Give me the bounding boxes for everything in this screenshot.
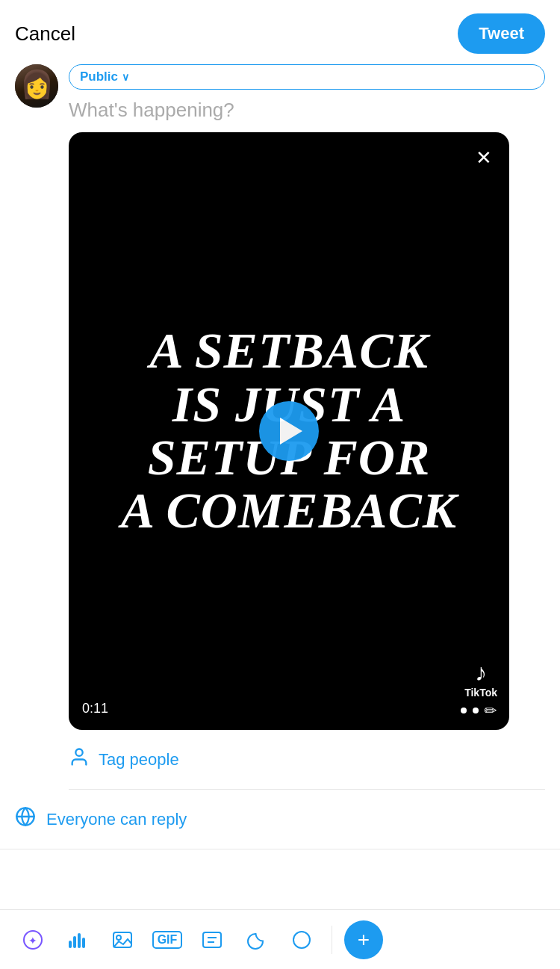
cancel-button[interactable]: Cancel (15, 22, 75, 46)
dot-icon (473, 708, 479, 713)
tweet-button[interactable]: Tweet (458, 13, 545, 54)
dot-icon (461, 708, 467, 713)
tiktok-icon: ♪ (475, 659, 487, 687)
audio-button[interactable] (57, 919, 99, 961)
header: Cancel Tweet (0, 0, 560, 64)
svg-point-10 (116, 935, 121, 940)
poll-button[interactable] (191, 919, 233, 961)
image-button[interactable] (102, 919, 143, 961)
avatar (15, 64, 58, 108)
video-text-line1: A SETBACK (149, 322, 429, 379)
svg-rect-5 (69, 941, 72, 948)
svg-rect-7 (78, 933, 81, 948)
edit-controls: ✎ (461, 702, 497, 719)
schedule-button[interactable] (236, 919, 278, 961)
composer-right: Public ∨ What's happening? (69, 64, 545, 132)
svg-rect-11 (203, 932, 221, 947)
plus-icon: + (358, 929, 370, 950)
reply-section[interactable]: Everyone can reply (0, 790, 560, 849)
gif-button[interactable]: GIF (146, 919, 188, 961)
svg-rect-8 (82, 938, 85, 948)
svg-point-14 (293, 932, 310, 948)
svg-text:✦: ✦ (28, 935, 37, 947)
video-text-line4: A COMEBACK (121, 482, 457, 539)
tiktok-label: TikTok (464, 687, 497, 699)
audience-label: Public (80, 69, 118, 84)
chevron-down-icon: ∨ (122, 71, 129, 83)
globe-icon (15, 806, 36, 832)
toolbar: ✦ GIF (0, 909, 560, 969)
toolbar-divider (332, 926, 332, 954)
person-icon (69, 746, 90, 773)
play-icon (280, 418, 302, 445)
composer-top: Public ∨ What's happening? (15, 64, 545, 132)
reply-label: Everyone can reply (46, 810, 187, 829)
avatar-image (15, 64, 58, 108)
audience-selector[interactable]: Public ∨ (69, 64, 545, 90)
composer: Public ∨ What's happening? A SETBACK IS … (0, 64, 560, 790)
svg-rect-6 (73, 936, 76, 948)
tag-people-label: Tag people (99, 750, 179, 770)
play-button[interactable] (259, 401, 319, 461)
location-button[interactable] (281, 919, 323, 961)
tag-people-section[interactable]: Tag people (69, 730, 545, 790)
tiktok-logo: ♪ TikTok (464, 659, 497, 699)
video-preview: A SETBACK IS JUST A SETUP FOR A COMEBACK… (69, 132, 509, 730)
toolbar-icons: ✦ GIF (12, 919, 548, 961)
add-button[interactable]: + (344, 920, 383, 959)
emoji-plus-button[interactable]: ✦ (12, 919, 54, 961)
gif-icon: GIF (152, 931, 183, 949)
tweet-input[interactable]: What's happening? (69, 99, 545, 122)
tiktok-watermark: ♪ TikTok ✎ (461, 659, 497, 719)
svg-point-0 (75, 749, 82, 756)
video-duration: 0:11 (82, 701, 108, 716)
close-video-button[interactable]: ✕ (470, 144, 497, 171)
